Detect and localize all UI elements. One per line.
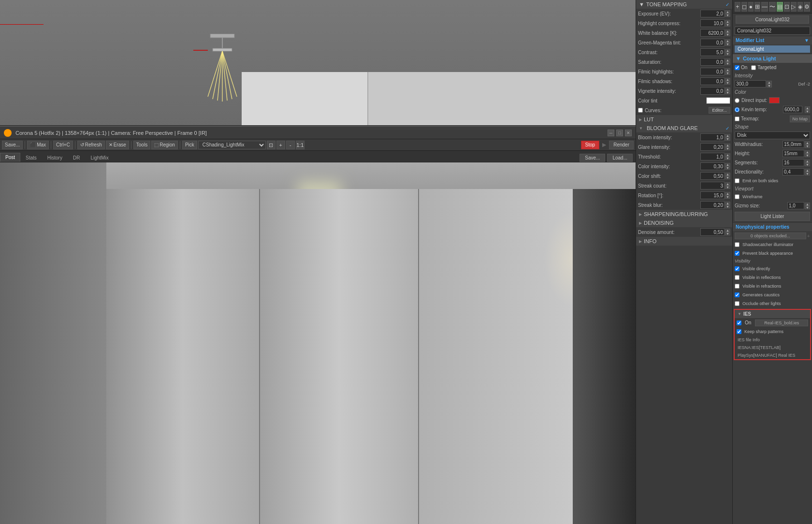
emit-both-checkbox[interactable] xyxy=(735,178,740,183)
highlight-input[interactable] xyxy=(700,19,725,27)
glare-down[interactable]: ▼ xyxy=(725,147,730,150)
cs-up[interactable]: ▲ xyxy=(725,173,730,176)
thresh-up[interactable]: ▲ xyxy=(725,153,730,157)
erase-button[interactable]: ✕ Erase xyxy=(106,141,129,149)
maximize-btn[interactable]: □ xyxy=(616,130,623,136)
color-shift-input[interactable] xyxy=(700,172,725,180)
kelvin-down[interactable]: ▼ xyxy=(805,110,810,113)
display-icon[interactable]: ◈ xyxy=(798,2,803,12)
max-button[interactable]: ⬛ Max xyxy=(27,141,49,149)
segments-input[interactable] xyxy=(783,159,804,166)
seg-up[interactable]: ▲ xyxy=(805,160,810,163)
kelvin-radio[interactable] xyxy=(735,107,740,112)
zoom-100-icon[interactable]: 1:1 xyxy=(296,141,304,149)
gm-down[interactable]: ▼ xyxy=(725,43,730,46)
tools-button[interactable]: Tools xyxy=(133,141,150,149)
sat-down[interactable]: ▼ xyxy=(725,62,730,65)
contrast-input[interactable] xyxy=(700,48,725,56)
exposure-up[interactable]: ▲ xyxy=(725,10,730,14)
filmic-shadow-input[interactable] xyxy=(700,77,725,85)
bloom-intensity-input[interactable] xyxy=(700,133,725,141)
height-input[interactable] xyxy=(783,150,804,157)
prevent-black-checkbox[interactable] xyxy=(735,251,740,256)
stop-button[interactable]: Stop xyxy=(581,141,600,149)
sat-up[interactable]: ▲ xyxy=(725,58,730,62)
dir-up[interactable]: ▲ xyxy=(805,169,810,172)
render-button[interactable]: Render xyxy=(609,141,634,149)
gizmo-size-input[interactable] xyxy=(787,202,804,209)
ci-up[interactable]: ▲ xyxy=(725,163,730,166)
lut-header[interactable]: ▶ LUT xyxy=(636,115,732,124)
info-header[interactable]: ▶ INFO xyxy=(636,237,732,246)
vig-down[interactable]: ▼ xyxy=(725,91,730,94)
cs-down[interactable]: ▼ xyxy=(725,176,730,179)
tone-mapping-header[interactable]: ▼ TONE MAPPING ✓ xyxy=(636,0,732,9)
texmap-checkbox[interactable] xyxy=(735,116,740,121)
thresh-down[interactable]: ▼ xyxy=(725,157,730,160)
shape-dropdown[interactable]: Disk xyxy=(735,131,810,139)
occlude-lights-checkbox[interactable] xyxy=(735,301,740,306)
camera-icon[interactable]: ⊞ xyxy=(754,2,760,12)
create-icon[interactable]: + xyxy=(735,2,740,12)
rotation-input[interactable] xyxy=(700,191,725,199)
zoom-out-icon[interactable]: - xyxy=(286,141,295,149)
green-magenta-input[interactable] xyxy=(700,39,725,46)
objects-excluded-button[interactable]: 0 objects excluded... xyxy=(735,233,806,239)
dn-down[interactable]: ▼ xyxy=(725,232,730,235)
h-up[interactable]: ▲ xyxy=(805,150,810,154)
denoising-header[interactable]: ▶ DENOISING xyxy=(636,218,732,227)
refresh-button[interactable]: ↺ Refresh xyxy=(77,141,105,149)
corona-light-section[interactable]: ▼ Corona Light xyxy=(733,54,812,63)
kelvin-input[interactable] xyxy=(783,106,802,113)
dir-down[interactable]: ▼ xyxy=(805,172,810,175)
tab-post[interactable]: Post xyxy=(0,153,20,162)
tab-history[interactable]: History xyxy=(42,153,68,162)
save-image-button[interactable]: Save... xyxy=(580,154,605,162)
load-image-button[interactable]: Load... xyxy=(607,154,633,162)
ctrl-c-button[interactable]: Ctrl+C xyxy=(53,141,73,149)
modifier-list-header[interactable]: Modifier List ▼ xyxy=(733,36,812,44)
modifier-icon[interactable]: ▤ xyxy=(777,2,783,12)
save-button[interactable]: Save... xyxy=(2,141,23,149)
fs-down[interactable]: ▼ xyxy=(725,81,730,85)
intensity-down[interactable]: ▼ xyxy=(767,84,772,87)
visible-reflections-checkbox[interactable] xyxy=(735,275,740,280)
geometry-icon[interactable]: ◻ xyxy=(741,2,747,12)
white-balance-input[interactable] xyxy=(700,29,725,37)
directionality-input[interactable] xyxy=(783,168,804,175)
shadowcatcher-checkbox[interactable] xyxy=(735,242,740,247)
light-lister-button[interactable]: Light Lister xyxy=(735,212,810,221)
filmic-high-input[interactable] xyxy=(700,68,725,75)
sharpening-header[interactable]: ▶ SHARPENING/BLURRING xyxy=(636,210,732,218)
region-button[interactable]: ⬚ Region xyxy=(151,141,178,149)
h-down[interactable]: ▼ xyxy=(805,154,810,157)
nonphysical-header[interactable]: Nonphysical properties xyxy=(733,222,812,231)
exposure-down[interactable]: ▼ xyxy=(725,14,730,17)
saturation-input[interactable] xyxy=(700,58,725,66)
ies-header[interactable]: ▼ IES xyxy=(735,310,810,318)
denoise-input[interactable] xyxy=(700,228,725,236)
zoom-in-icon[interactable]: + xyxy=(276,141,285,149)
shapes-icon[interactable]: ● xyxy=(748,2,754,12)
fs-up[interactable]: ▲ xyxy=(725,78,730,81)
ies-file-button[interactable]: Real-IES_bold.ies xyxy=(755,320,808,326)
contrast-down[interactable]: ▼ xyxy=(725,52,730,56)
minimize-btn[interactable]: ─ xyxy=(608,130,614,136)
add-excluded-icon[interactable]: + xyxy=(807,233,810,239)
sc-up[interactable]: ▲ xyxy=(725,182,730,186)
fh-down[interactable]: ▼ xyxy=(725,72,730,75)
curves-editor-button[interactable]: Editor... xyxy=(709,107,730,114)
visible-directly-checkbox[interactable] xyxy=(735,266,740,271)
targeted-checkbox[interactable] xyxy=(751,65,756,70)
intensity-up[interactable]: ▲ xyxy=(767,81,772,84)
bloom-down[interactable]: ▼ xyxy=(725,137,730,141)
streak-blur-input[interactable] xyxy=(700,201,725,209)
direct-input-color-swatch[interactable] xyxy=(769,97,780,103)
shader-dropdown[interactable]: CShading_LightMix xyxy=(198,141,266,149)
spline-icon[interactable]: 〜 xyxy=(769,2,776,12)
fh-up[interactable]: ▲ xyxy=(725,68,730,72)
glare-up[interactable]: ▲ xyxy=(725,144,730,147)
highlight-down[interactable]: ▼ xyxy=(725,23,730,27)
vignette-input[interactable] xyxy=(700,87,725,95)
tab-dr[interactable]: DR xyxy=(68,153,85,162)
